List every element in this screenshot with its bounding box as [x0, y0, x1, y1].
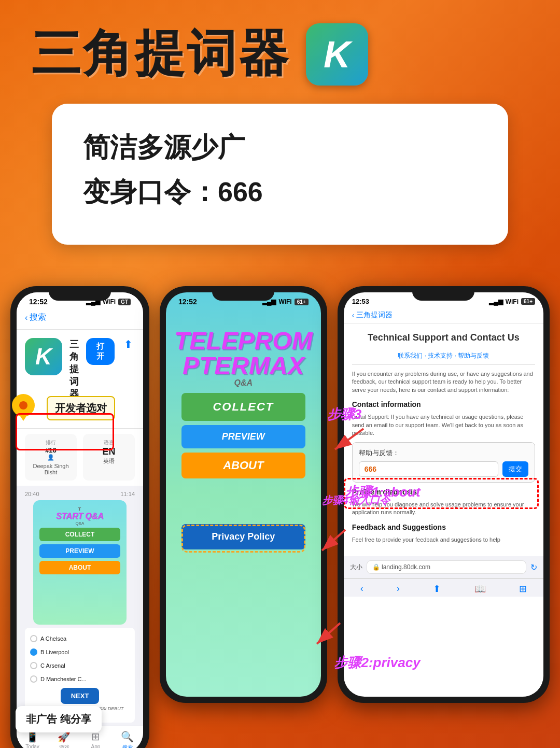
feedback-heading: Feedback and Suggestions — [352, 522, 535, 533]
help-input-row: 提交 — [359, 461, 528, 477]
collect-btn-small[interactable]: COLLECT — [39, 528, 120, 541]
back-browser-icon[interactable]: ‹ — [355, 583, 369, 595]
phone2-time: 12:52 — [178, 298, 197, 306]
app-store-k: K — [35, 344, 52, 370]
tab-app[interactable]: ⊞ App — [80, 730, 111, 748]
step4-label: 步骤4输入口令 — [322, 493, 390, 507]
step3-label: 步骤3 — [327, 405, 369, 424]
step2-label: 步骤2:privacy — [334, 654, 420, 672]
svg-line-4 — [322, 530, 345, 551]
share-browser-icon[interactable]: ⬆ — [428, 583, 446, 595]
phone1-wrapper: 12:52 ▂▄▆ WiFi GT ‹ 搜索 — [10, 286, 149, 748]
svg-line-6 — [317, 623, 340, 644]
about-btn-small[interactable]: ABOUT — [39, 561, 120, 574]
phone1-header: ‹ 搜索 — [17, 308, 143, 330]
help-label: 帮助与反馈： — [359, 448, 528, 458]
phone2-frame: 12:52 ▂▄▆ WiFi 61+ TELEPROM PTERMAX Q&A … — [160, 286, 327, 703]
help-box: 帮助与反馈： 提交 — [352, 442, 535, 483]
bookmarks-icon[interactable]: 📖 — [469, 583, 491, 595]
tech-content: Technical Support and Contact Us 联系我们 · … — [344, 323, 543, 556]
link2[interactable]: 技术支持 — [428, 352, 453, 359]
battery-icon: GT — [118, 299, 131, 305]
collect-button[interactable]: COLLECT — [181, 393, 305, 421]
title-row: 三角提词器 K — [31, 21, 529, 88]
back-button[interactable]: ‹ 搜索 — [25, 312, 135, 323]
lock-icon: 🔒 — [372, 563, 380, 571]
back-nav[interactable]: ‹ 三角提词器 — [344, 307, 543, 323]
phone1-quiz: T START Q&A Q&A COLLECT PREVIEW ABOUT — [33, 500, 127, 625]
answer-d-row: D Manchester C... — [30, 672, 130, 686]
phone2-screen: 12:52 ▂▄▆ WiFi 61+ TELEPROM PTERMAX Q&A … — [166, 292, 321, 697]
top-section: 三角提词器 K 简洁多源少广 变身口令：666 — [0, 0, 560, 276]
red-box-outline — [16, 413, 114, 450]
phones-section: 12:52 ▂▄▆ WiFi GT ‹ 搜索 — [0, 276, 560, 748]
svg-point-1 — [19, 401, 27, 410]
answer-d-radio[interactable] — [30, 675, 37, 683]
qa-label: Q&A — [166, 378, 321, 388]
svg-line-8 — [335, 429, 363, 449]
answer-d-text: D Manchester C... — [40, 676, 87, 682]
back-nav-label: 三角提词器 — [356, 311, 393, 320]
phone2-wrapper: 12:52 ▂▄▆ WiFi 61+ TELEPROM PTERMAX Q&A … — [160, 286, 327, 703]
app-icon-letter: K — [324, 33, 351, 76]
privacy-section: Privacy Policy — [166, 524, 321, 549]
help-input[interactable] — [359, 461, 498, 477]
answer-c-radio[interactable] — [30, 662, 37, 669]
browser-bottom: ‹ › ⬆ 📖 ⊞ — [344, 578, 543, 597]
app-store-icon: K — [25, 338, 62, 375]
forward-browser-icon[interactable]: › — [391, 583, 405, 595]
app-title-line1: TELEPROM — [174, 327, 313, 355]
url-field[interactable]: 🔒 landing.80dk.com — [367, 560, 526, 574]
tab-search[interactable]: 🔍 搜索 — [111, 730, 143, 748]
submit-button[interactable]: 提交 — [502, 461, 528, 477]
tabs-icon[interactable]: ⊞ — [514, 583, 532, 595]
about-button[interactable]: ABOUT — [181, 453, 305, 478]
answer-b-text: B Liverpool — [40, 649, 69, 655]
phone2-notch — [212, 286, 274, 301]
phone1-screen: 12:52 ▂▄▆ WiFi GT ‹ 搜索 — [17, 292, 143, 748]
phone3-signal-icon: ▂▄▆ — [489, 298, 503, 305]
url-text: landing.80dk.com — [382, 563, 430, 571]
contact-heading: Contact information — [352, 399, 535, 410]
quiz-start-label: START Q&A — [39, 512, 120, 521]
search-icon: 🔍 — [121, 730, 134, 743]
open-button[interactable]: 打开 — [86, 338, 115, 365]
privacy-arrow — [312, 618, 343, 651]
answer-a-radio[interactable] — [30, 635, 37, 642]
subtitle2: 变身口令：666 — [83, 174, 477, 210]
tech-links[interactable]: 联系我们 · 技术支持 · 帮助与反馈 — [352, 351, 535, 365]
link1[interactable]: 联系我们 — [398, 352, 423, 359]
link3[interactable]: 帮助与反馈 — [458, 352, 489, 359]
preview-button[interactable]: PREVIEW — [181, 425, 305, 448]
time-display: 20:40 11:14 — [25, 491, 135, 497]
tab-games[interactable]: 🚀 游戏 — [48, 730, 80, 748]
phone3-time: 12:53 — [352, 298, 369, 305]
answer-a-row: A Chelsea — [30, 632, 130, 645]
lang-label: 英语 — [88, 457, 130, 465]
back-label: 搜索 — [30, 312, 46, 323]
preview-btn-small[interactable]: PREVIEW — [39, 544, 120, 558]
phone3-wifi-icon: WiFi — [506, 298, 519, 305]
quiz-preview-area: 20:40 11:14 T START Q&A Q&A COLLECT PREV… — [17, 486, 143, 726]
email-text: Email Support: If you have any technical… — [352, 413, 535, 437]
spacer — [166, 483, 321, 514]
quiz-t-label: T — [39, 506, 120, 512]
answer-c-text: C Arsenal — [40, 662, 65, 669]
tab-today[interactable]: 📱 Today — [17, 730, 48, 748]
answer-a-text: A Chelsea — [40, 636, 66, 642]
step3-annotation: 步骤3 — [327, 405, 369, 455]
refresh-icon[interactable]: ↻ — [530, 562, 537, 572]
phone2-wifi-icon: WiFi — [278, 298, 291, 305]
share-button[interactable]: ⬆ — [122, 338, 135, 350]
answer-b-row: B Liverpool — [30, 645, 130, 659]
back-chevron-icon: ‹ — [25, 313, 27, 322]
answer-b-radio[interactable] — [30, 648, 37, 656]
watermark: 非广告 纯分享 — [16, 706, 102, 732]
font-size-label: 大小 — [350, 563, 362, 572]
next-button[interactable]: NEXT — [61, 688, 100, 704]
browser-bar: 大小 🔒 landing.80dk.com ↻ — [344, 556, 543, 578]
phone3-wrapper: 12:53 ▂▄▆ WiFi 61+ ‹ 三角提词器 Technical Sup… — [338, 286, 550, 703]
dev-name: Deepak Singh Bisht — [30, 463, 72, 475]
phone3-notch — [412, 286, 474, 301]
privacy-dashed-outline — [181, 525, 305, 553]
